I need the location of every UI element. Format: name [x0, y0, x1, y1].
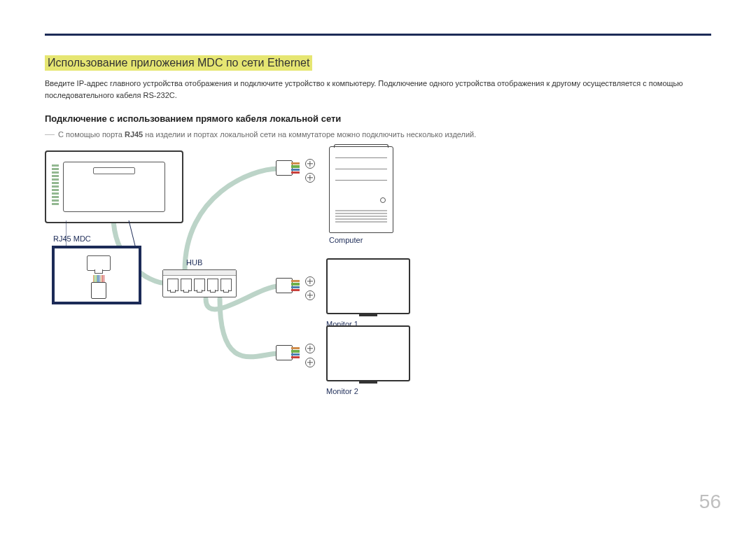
hub-illustration	[162, 269, 237, 297]
rj45-plug-icon	[276, 278, 300, 293]
rj45-socket-icon	[87, 255, 111, 271]
rj45-closeup	[52, 246, 141, 304]
rj45-plug-icon	[276, 345, 300, 360]
section-heading: Использование приложения MDC по сети Eth…	[45, 55, 312, 71]
label-rj45-mdc: RJ45 MDC	[53, 234, 91, 243]
label-computer: Computer	[329, 236, 363, 244]
note-after: на изделии и портах локальной сети на ко…	[143, 130, 476, 139]
connection-diagram: RJ45 MDC HUB	[41, 146, 573, 412]
screw-icon	[305, 173, 315, 183]
note-before: С помощью порта	[56, 130, 125, 139]
screw-icon	[305, 290, 315, 300]
svg-line-1	[129, 220, 136, 248]
label-hub: HUB	[186, 258, 202, 267]
rj45-plug-icon	[91, 275, 106, 299]
note-bold: RJ45	[125, 130, 143, 139]
top-rule	[45, 34, 711, 36]
rj45-plug-icon	[276, 160, 300, 176]
screw-icon	[305, 344, 315, 353]
subsection-heading: Подключение с использованием прямого каб…	[45, 113, 711, 124]
display-rear-illustration	[45, 150, 183, 223]
screw-icon	[305, 159, 315, 169]
intro-paragraph: Введите IP-адрес главного устройства ото…	[45, 78, 711, 101]
computer-illustration	[329, 146, 393, 233]
screw-icon	[305, 276, 315, 286]
monitor-illustration	[326, 258, 410, 314]
note-dash: ―	[45, 128, 55, 139]
monitor-illustration	[326, 325, 410, 381]
note-line: ― С помощью порта RJ45 на изделии и порт…	[45, 128, 711, 139]
page-number: 56	[699, 491, 721, 513]
screw-icon	[305, 358, 315, 367]
label-monitor-2: Monitor 2	[326, 387, 358, 395]
